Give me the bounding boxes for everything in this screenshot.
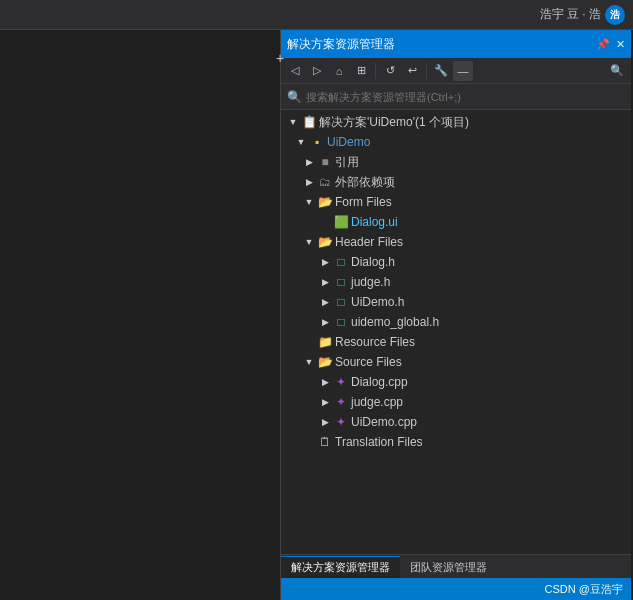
judge-h-icon: □ xyxy=(333,274,349,290)
dialog-h-label: Dialog.h xyxy=(351,255,395,269)
uidemo-cpp-arrow xyxy=(317,414,333,430)
dialog-ui-label: Dialog.ui xyxy=(351,215,398,229)
se-titlebar-buttons: 📌 ✕ xyxy=(596,38,625,51)
translation-files-icon: 🗒 xyxy=(317,434,333,450)
tree-item-solution[interactable]: 📋 解决方案'UiDemo'(1 个项目) xyxy=(281,112,631,132)
toolbar-separator-1 xyxy=(375,63,376,79)
toolbar-btn-home[interactable]: ⌂ xyxy=(329,61,349,81)
uidemo-cpp-label: UiDemo.cpp xyxy=(351,415,417,429)
tree-item-dialog-cpp[interactable]: ✦ Dialog.cpp xyxy=(281,372,631,392)
se-search-bar[interactable]: 🔍 xyxy=(281,84,631,110)
form-files-arrow xyxy=(301,194,317,210)
dialog-cpp-label: Dialog.cpp xyxy=(351,375,408,389)
ref-label: 引用 xyxy=(335,154,359,171)
uidemo-arrow xyxy=(293,134,309,150)
uidemo-h-icon: □ xyxy=(333,294,349,310)
se-toolbar: ◁ ▷ ⌂ ⊞ ↺ ↩ 🔧 — 🔍 xyxy=(281,58,631,84)
dialog-ui-icon: 🟩 xyxy=(333,214,349,230)
user-info: 浩宇 豆 · 浩 浩 xyxy=(540,5,625,25)
tree-item-ref[interactable]: ■ 引用 xyxy=(281,152,631,172)
tree-item-uidemo-h[interactable]: □ UiDemo.h xyxy=(281,292,631,312)
uidemo-global-h-label: uidemo_global.h xyxy=(351,315,439,329)
ext-dep-label: 外部依赖项 xyxy=(335,174,395,191)
solution-explorer-panel: 解决方案资源管理器 📌 ✕ ◁ ▷ ⌂ ⊞ ↺ ↩ 🔧 — 🔍 🔍 xyxy=(280,30,631,600)
status-text: CSDN @豆浩宇 xyxy=(545,582,623,597)
tree-item-header-files[interactable]: 📂 Header Files xyxy=(281,232,631,252)
close-button[interactable]: ✕ xyxy=(616,38,625,51)
ref-arrow xyxy=(301,154,317,170)
source-files-label: Source Files xyxy=(335,355,402,369)
uidemo-global-h-icon: □ xyxy=(333,314,349,330)
toolbar-btn-settings[interactable]: 🔧 xyxy=(431,61,451,81)
ref-icon: ■ xyxy=(317,154,333,170)
se-bottom-tabs: 解决方案资源管理器 团队资源管理器 xyxy=(281,554,631,578)
avatar: 浩 xyxy=(605,5,625,25)
solution-icon: 📋 xyxy=(301,114,317,130)
header-files-icon: 📂 xyxy=(317,234,333,250)
judge-h-label: judge.h xyxy=(351,275,390,289)
tree-item-uidemo[interactable]: ▪ UiDemo xyxy=(281,132,631,152)
uidemo-label: UiDemo xyxy=(327,135,370,149)
tree-item-resource-files[interactable]: 📁 Resource Files xyxy=(281,332,631,352)
tree-item-judge-cpp[interactable]: ✦ judge.cpp xyxy=(281,392,631,412)
toolbar-separator-2 xyxy=(426,63,427,79)
pin-button[interactable]: 📌 xyxy=(596,38,610,51)
judge-cpp-arrow xyxy=(317,394,333,410)
dialog-h-arrow xyxy=(317,254,333,270)
judge-h-arrow xyxy=(317,274,333,290)
tree-item-ext-dep[interactable]: 🗂 外部依赖项 xyxy=(281,172,631,192)
judge-cpp-label: judge.cpp xyxy=(351,395,403,409)
toolbar-btn-back[interactable]: ◁ xyxy=(285,61,305,81)
ext-dep-icon: 🗂 xyxy=(317,174,333,190)
toolbar-btn-active[interactable]: — xyxy=(453,61,473,81)
tree-item-source-files[interactable]: 📂 Source Files xyxy=(281,352,631,372)
uidemo-cpp-icon: ✦ xyxy=(333,414,349,430)
tree-item-form-files[interactable]: 📂 Form Files xyxy=(281,192,631,212)
header-files-label: Header Files xyxy=(335,235,403,249)
tree-item-uidemo-global-h[interactable]: □ uidemo_global.h xyxy=(281,312,631,332)
se-status-bar: CSDN @豆浩宇 xyxy=(281,578,631,600)
tab-solution-explorer[interactable]: 解决方案资源管理器 xyxy=(281,556,400,578)
tree-item-translation-files[interactable]: 🗒 Translation Files xyxy=(281,432,631,452)
toolbar-btn-forward[interactable]: ▷ xyxy=(307,61,327,81)
user-text: 浩宇 豆 · 浩 xyxy=(540,6,601,23)
uidemo-global-h-arrow xyxy=(317,314,333,330)
form-files-icon: 📂 xyxy=(317,194,333,210)
top-bar: 浩宇 豆 · 浩 浩 xyxy=(0,0,633,30)
avatar-label: 浩 xyxy=(610,8,620,22)
tree-item-dialog-ui[interactable]: 🟩 Dialog.ui xyxy=(281,212,631,232)
dialog-h-icon: □ xyxy=(333,254,349,270)
toolbar-btn-search[interactable]: 🔍 xyxy=(607,61,627,81)
tab-solution-explorer-label: 解决方案资源管理器 xyxy=(291,560,390,575)
header-files-arrow xyxy=(301,234,317,250)
resource-files-icon: 📁 xyxy=(317,334,333,350)
dialog-cpp-arrow xyxy=(317,374,333,390)
translation-files-label: Translation Files xyxy=(335,435,423,449)
tree-item-judge-h[interactable]: □ judge.h xyxy=(281,272,631,292)
search-icon: 🔍 xyxy=(287,90,302,104)
toolbar-btn-undo[interactable]: ↩ xyxy=(402,61,422,81)
tab-team-explorer-label: 团队资源管理器 xyxy=(410,560,487,575)
toolbar-btn-sync[interactable]: ⊞ xyxy=(351,61,371,81)
form-files-label: Form Files xyxy=(335,195,392,209)
plus-button[interactable]: + xyxy=(272,50,288,66)
toolbar-btn-refresh[interactable]: ↺ xyxy=(380,61,400,81)
judge-cpp-icon: ✦ xyxy=(333,394,349,410)
tab-team-explorer[interactable]: 团队资源管理器 xyxy=(400,556,497,578)
resource-files-label: Resource Files xyxy=(335,335,415,349)
source-files-icon: 📂 xyxy=(317,354,333,370)
uidemo-h-arrow xyxy=(317,294,333,310)
se-titlebar: 解决方案资源管理器 📌 ✕ xyxy=(281,30,631,58)
se-title: 解决方案资源管理器 xyxy=(287,36,395,53)
tree-item-uidemo-cpp[interactable]: ✦ UiDemo.cpp xyxy=(281,412,631,432)
tree-item-dialog-h[interactable]: □ Dialog.h xyxy=(281,252,631,272)
solution-label: 解决方案'UiDemo'(1 个项目) xyxy=(319,114,469,131)
source-files-arrow xyxy=(301,354,317,370)
ext-dep-arrow xyxy=(301,174,317,190)
uidemo-icon: ▪ xyxy=(309,134,325,150)
se-tree[interactable]: 📋 解决方案'UiDemo'(1 个项目) ▪ UiDemo ■ 引用 xyxy=(281,110,631,554)
left-editor-area: + xyxy=(0,30,280,600)
uidemo-h-label: UiDemo.h xyxy=(351,295,404,309)
solution-arrow xyxy=(285,114,301,130)
search-input[interactable] xyxy=(306,91,625,103)
